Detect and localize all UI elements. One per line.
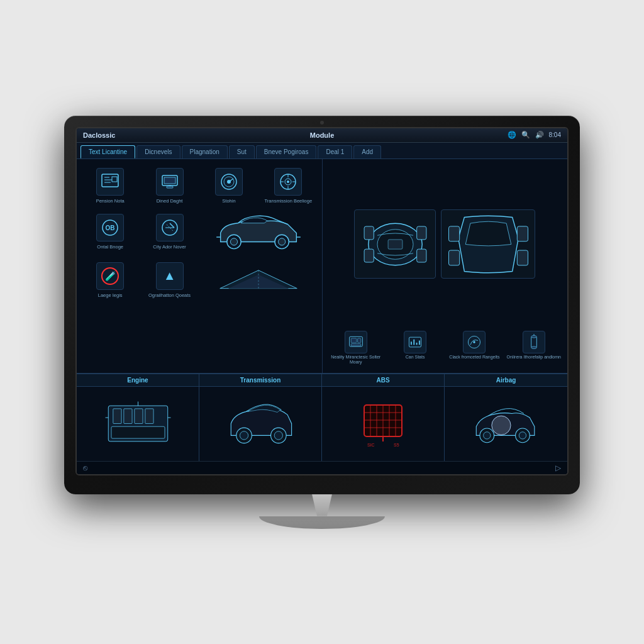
- svg-rect-64: [134, 409, 142, 424]
- svg-rect-49: [351, 343, 361, 345]
- icon-city-ador[interactable]: City Ador Nover: [141, 210, 197, 256]
- nav-triangle-icon: ▲: [164, 269, 176, 283]
- svg-text:SIC: SIC: [367, 443, 375, 447]
- tab-sut[interactable]: Sut: [229, 145, 255, 158]
- icon-laege[interactable]: 🧪 Laege Iegis: [82, 258, 138, 302]
- tab-plagnation[interactable]: Plagnation: [182, 145, 228, 158]
- icon-transmission[interactable]: Transmission Beelioge: [260, 164, 316, 208]
- svg-rect-41: [388, 240, 402, 249]
- label-city: City Ador Nover: [153, 244, 186, 250]
- icon-ontal-bnoge[interactable]: OB Ontal Bnoge: [82, 210, 138, 256]
- car-top-view-2: [441, 209, 535, 279]
- tab-bneve[interactable]: Bneve Pogiroas: [256, 145, 317, 158]
- title-bar-right: 🌐 🔍 🔊 8:04: [508, 131, 561, 140]
- svg-point-88: [484, 432, 491, 439]
- car-diagrams-row: [328, 164, 563, 325]
- bottom-panel-engine: Engine: [77, 374, 199, 461]
- svg-point-29: [279, 238, 286, 245]
- stand-base: [259, 516, 385, 529]
- camera-dot: [320, 121, 324, 125]
- icon-box-stohin: [215, 168, 243, 196]
- svg-rect-62: [113, 409, 121, 424]
- svg-rect-48: [357, 338, 360, 343]
- svg-rect-39: [364, 249, 374, 262]
- tab-bar: Text Licantine Dicnevels Plagnation Sut …: [77, 143, 567, 159]
- monitor-stand: [259, 494, 385, 529]
- engine-title: Engine: [77, 374, 199, 387]
- icon-ograil[interactable]: ▲ Ograilhatton Qoeats: [141, 258, 197, 302]
- classic-car-side: [201, 210, 317, 256]
- icon-can-stats[interactable]: Can Stats: [387, 331, 443, 365]
- icon-box-ograil: ▲: [156, 262, 184, 290]
- icon-box-ontal: OB: [96, 214, 124, 242]
- abs-title: ABS: [322, 374, 444, 387]
- flask-icon: 🧪: [101, 267, 119, 285]
- icon-box-dined: [156, 168, 184, 196]
- label-laege: Laege Iegis: [98, 292, 123, 298]
- airbag-title: Airbag: [445, 374, 567, 387]
- tab-deal[interactable]: Deal 1: [318, 145, 352, 158]
- svg-text:OB: OB: [106, 225, 115, 231]
- svg-point-86: [492, 416, 511, 435]
- svg-rect-42: [448, 226, 459, 241]
- svg-rect-57: [531, 336, 536, 347]
- monitor-wrapper: Daclossic Module 🌐 🔍 🔊 8:04 Text Licanti…: [64, 116, 580, 529]
- globe-icon[interactable]: 🌐: [508, 131, 516, 140]
- transmission-content[interactable]: [199, 387, 321, 461]
- status-bar: ⎋ ▷: [77, 461, 567, 474]
- search-icon[interactable]: 🔍: [521, 131, 530, 140]
- right-panel: Neality Miranctesic Solter Moary: [323, 159, 568, 373]
- svg-rect-65: [145, 409, 153, 424]
- abs-diagram: SIC S5: [348, 399, 418, 449]
- share-icon[interactable]: ⎋: [83, 464, 87, 472]
- svg-text:S5: S5: [394, 443, 399, 447]
- engine-content[interactable]: [77, 387, 199, 461]
- svg-rect-45: [517, 250, 528, 265]
- label-ontal: Ontal Bnoge: [97, 244, 123, 250]
- icon-neality[interactable]: Neality Miranctesic Solter Moary: [328, 331, 384, 365]
- car-top-view-1: [354, 209, 436, 279]
- tab-text-licantine[interactable]: Text Licantine: [80, 145, 135, 158]
- bottom-panel-airbag: Airbag: [445, 374, 567, 461]
- bottom-panels: Engine: [77, 373, 567, 461]
- svg-rect-66: [111, 426, 165, 438]
- arrow-right-icon[interactable]: ▷: [555, 464, 561, 472]
- left-icon-grid: Pension Nota Dined Daght: [77, 159, 323, 373]
- volume-icon[interactable]: 🔊: [535, 131, 544, 140]
- icon-clack[interactable]: Clack fromceted Rangelts: [446, 331, 502, 365]
- svg-rect-43: [517, 226, 528, 241]
- label-transmission: Transmission Beelioge: [265, 198, 313, 204]
- label-neality: Neality Miranctesic Solter Moary: [328, 355, 384, 365]
- module-title: Module: [310, 131, 335, 139]
- icon-box-transmission: [274, 168, 302, 196]
- svg-point-58: [531, 335, 536, 337]
- icon-dined-daght[interactable]: Dined Daght: [141, 164, 197, 208]
- tab-dicnevels[interactable]: Dicnevels: [136, 145, 180, 158]
- stand-neck: [297, 494, 347, 516]
- airbag-content[interactable]: [445, 387, 567, 461]
- bottom-panel-abs: ABS: [322, 374, 445, 461]
- svg-rect-6: [164, 177, 175, 184]
- icon-box-onlirera: [523, 331, 545, 353]
- icon-pension-nota[interactable]: Pension Nota: [82, 164, 138, 208]
- arrow-diagram: [201, 258, 317, 302]
- label-clack: Clack fromceted Rangelts: [449, 355, 499, 360]
- icon-box-neality: [345, 331, 367, 353]
- svg-point-56: [474, 341, 475, 343]
- svg-rect-37: [364, 226, 374, 240]
- svg-point-90: [519, 432, 526, 439]
- icon-box-can-stats: [404, 331, 426, 353]
- icon-box-pension: [96, 168, 124, 196]
- label-stohin: Stohin: [222, 198, 235, 204]
- label-onlirera: Onlirera Ithorefalip andlomn: [507, 355, 561, 360]
- label-pension-nota: Pension Nota: [96, 198, 125, 204]
- title-bar: Daclossic Module 🌐 🔍 🔊 8:04: [77, 128, 567, 143]
- monitor-screen: Daclossic Module 🌐 🔍 🔊 8:04 Text Licanti…: [75, 127, 569, 475]
- svg-rect-47: [351, 338, 357, 343]
- icon-stohin[interactable]: Stohin: [201, 164, 257, 208]
- tab-add[interactable]: Add: [353, 145, 381, 158]
- icon-box-laege: 🧪: [96, 262, 124, 290]
- icon-onlirera[interactable]: Onlirera Ithorefalip andlomn: [506, 331, 562, 365]
- abs-content[interactable]: SIC S5: [322, 387, 444, 461]
- bottom-panel-transmission: Transmission: [199, 374, 322, 461]
